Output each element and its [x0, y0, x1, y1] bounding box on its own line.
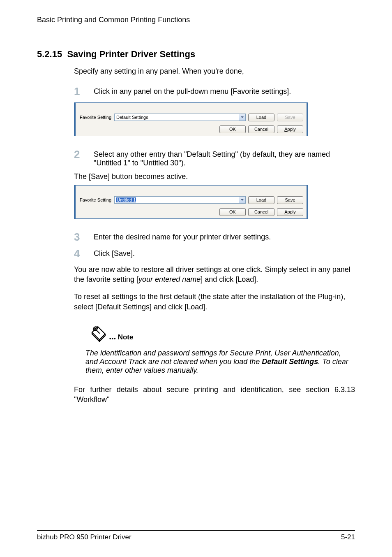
step-text: Enter the desired name for your printer … — [94, 231, 271, 243]
save-button: Save — [277, 114, 303, 121]
intro-text: Specify any setting in any panel. When y… — [74, 67, 355, 76]
favorite-setting-combo[interactable]: Untitled 1 — [114, 196, 246, 204]
load-button[interactable]: Load — [248, 196, 274, 204]
paragraph-further: For further details about secure printin… — [74, 385, 355, 405]
after-step-2-text: The [Save] button becomes active. — [74, 172, 355, 181]
section-heading: 5.2.15 Saving Printer Driver Settings — [37, 49, 355, 60]
note-block: ••• Note The identification and password… — [74, 324, 355, 375]
section-title: Saving Printer Driver Settings — [67, 49, 195, 59]
footer-left: bizhub PRO 950 Printer Driver — [37, 533, 131, 541]
apply-button[interactable]: Apply — [277, 208, 303, 216]
paragraph-restore: You are now able to restore all driver s… — [74, 265, 355, 285]
step-number: 1 — [74, 86, 94, 97]
step-3: 3 Enter the desired name for your printe… — [74, 231, 355, 243]
favorite-setting-label: Favorite Setting — [80, 115, 112, 120]
load-button[interactable]: Load — [248, 114, 274, 121]
step-1: 1 Click in any panel on the pull-down me… — [74, 86, 355, 97]
favorite-setting-label: Favorite Setting — [80, 197, 112, 202]
save-button[interactable]: Save — [277, 196, 303, 204]
svg-line-2 — [97, 330, 99, 333]
page-footer: bizhub PRO 950 Printer Driver 5-21 — [37, 530, 355, 541]
section-number: 5.2.15 — [37, 49, 62, 59]
step-text: Click in any panel on the pull-down menu… — [94, 86, 291, 97]
note-text: The identification and password settings… — [85, 349, 355, 375]
note-dots: ••• — [109, 335, 116, 342]
favorite-setting-value: Untitled 1 — [114, 196, 239, 204]
svg-point-1 — [95, 328, 96, 329]
screenshot-favorite-untitled: Favorite Setting Untitled 1 Load Save OK… — [74, 185, 308, 219]
chevron-down-icon[interactable] — [239, 196, 246, 204]
favorite-setting-combo[interactable]: Default Settings — [114, 114, 246, 121]
running-header: Basic Printing and Common Printing Funct… — [37, 16, 355, 24]
note-icon — [90, 324, 108, 342]
note-label: Note — [118, 333, 134, 342]
step-2: 2 Select any other entry than "Default S… — [74, 149, 355, 167]
favorite-setting-value: Default Settings — [114, 114, 239, 121]
step-4: 4 Click [Save]. — [74, 248, 355, 260]
step-text: Click [Save]. — [94, 248, 135, 260]
footer-right: 5-21 — [341, 533, 355, 541]
paragraph-reset: To reset all settings to the first defau… — [74, 292, 355, 312]
step-number: 4 — [74, 248, 94, 260]
cancel-button[interactable]: Cancel — [248, 125, 274, 133]
screenshot-favorite-default: Favorite Setting Default Settings Load S… — [74, 102, 308, 136]
cancel-button[interactable]: Cancel — [248, 208, 274, 216]
step-number: 3 — [74, 231, 94, 243]
ok-button[interactable]: OK — [219, 208, 246, 216]
step-text: Select any other entry than "Default Set… — [94, 149, 355, 167]
apply-button[interactable]: Apply — [277, 125, 303, 133]
step-number: 2 — [74, 149, 94, 167]
ok-button[interactable]: OK — [219, 125, 246, 133]
chevron-down-icon[interactable] — [239, 114, 246, 121]
